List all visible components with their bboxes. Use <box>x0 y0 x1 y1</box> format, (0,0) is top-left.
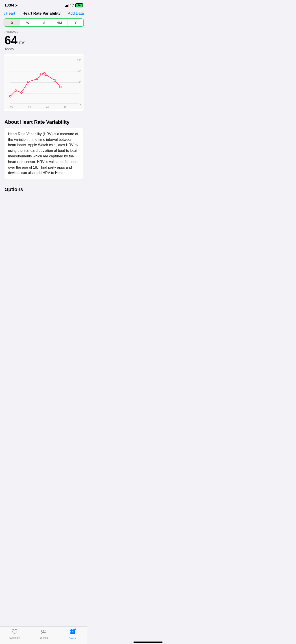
stats-section: AVERAGE 64 ms Today <box>0 30 87 54</box>
back-label: Heart <box>6 11 15 16</box>
about-text: Heart Rate Variability (HRV) is a measur… <box>8 131 79 176</box>
hrv-chart: 150 100 50 0 00 06 12 18 <box>3 56 84 109</box>
svg-text:0: 0 <box>80 102 81 105</box>
svg-point-23 <box>43 72 45 74</box>
wifi-icon <box>70 4 74 7</box>
nav-bar: ‹ Heart Heart Rate Variability Add Data <box>0 10 87 18</box>
svg-point-19 <box>21 92 22 94</box>
svg-text:100: 100 <box>77 70 81 73</box>
svg-text:12: 12 <box>46 105 49 108</box>
about-card: Heart Rate Variability (HRV) is a measur… <box>4 128 83 180</box>
status-bar: 13:04 ➤ 76 <box>0 0 87 10</box>
stats-date: Today <box>4 47 83 51</box>
svg-text:150: 150 <box>77 59 81 62</box>
about-title: About Heart Rate Variability <box>4 119 83 125</box>
about-section: About Heart Rate Variability Heart Rate … <box>0 116 87 183</box>
svg-point-20 <box>27 81 29 83</box>
period-btn-6m[interactable]: 6M <box>52 19 68 26</box>
svg-point-21 <box>36 78 38 80</box>
svg-text:00: 00 <box>10 105 13 108</box>
svg-text:18: 18 <box>64 105 66 108</box>
location-icon: ➤ <box>15 4 17 7</box>
status-time: 13:04 ➤ <box>4 3 17 8</box>
period-btn-w[interactable]: W <box>20 19 36 26</box>
svg-point-17 <box>9 96 11 97</box>
period-selector: D W M 6M Y <box>3 18 84 27</box>
svg-point-24 <box>45 74 47 76</box>
stats-value-row: 64 ms <box>4 34 83 47</box>
options-title: Options <box>4 186 83 192</box>
svg-point-26 <box>60 86 61 88</box>
chevron-left-icon: ‹ <box>3 12 5 16</box>
stats-label: AVERAGE <box>4 30 83 34</box>
svg-point-22 <box>41 73 42 75</box>
period-btn-m[interactable]: M <box>36 19 52 26</box>
period-btn-y[interactable]: Y <box>68 19 83 26</box>
svg-point-18 <box>15 90 17 92</box>
stats-value: 64 <box>4 34 17 47</box>
signal-icon <box>65 4 69 7</box>
add-data-button[interactable]: Add Data <box>68 11 84 16</box>
status-icons: 76 <box>65 3 83 8</box>
svg-point-25 <box>54 80 56 82</box>
stats-unit: ms <box>19 40 25 46</box>
page-title: Heart Rate Variability <box>22 11 61 16</box>
options-section: Options <box>0 183 87 213</box>
battery-icon: 76 <box>75 3 83 8</box>
svg-text:06: 06 <box>28 105 31 108</box>
back-button[interactable]: ‹ Heart <box>3 11 15 16</box>
chart-container: 150 100 50 0 00 06 12 18 <box>3 54 84 111</box>
period-btn-d[interactable]: D <box>4 19 20 26</box>
svg-text:50: 50 <box>78 81 81 84</box>
